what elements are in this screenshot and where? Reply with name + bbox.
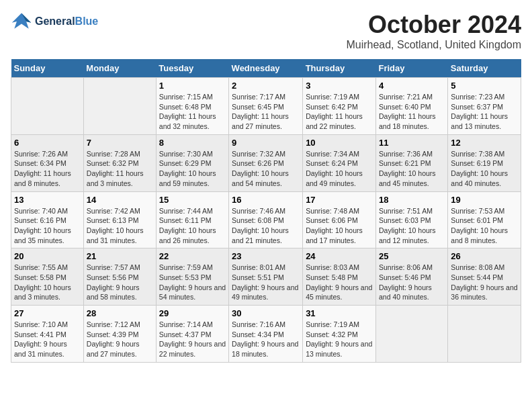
- calendar-cell: 26Sunrise: 8:08 AM Sunset: 5:44 PM Dayli…: [448, 248, 521, 306]
- day-info: Sunrise: 7:14 AM Sunset: 4:37 PM Dayligh…: [159, 320, 226, 359]
- calendar-week-row: 1Sunrise: 7:15 AM Sunset: 6:48 PM Daylig…: [11, 78, 521, 135]
- day-info: Sunrise: 7:15 AM Sunset: 6:48 PM Dayligh…: [159, 92, 226, 132]
- weekday-header-saturday: Saturday: [448, 59, 521, 78]
- calendar-cell: 19Sunrise: 7:53 AM Sunset: 6:01 PM Dayli…: [448, 191, 521, 248]
- day-number: 19: [451, 195, 518, 205]
- weekday-header-tuesday: Tuesday: [156, 59, 228, 78]
- day-info: Sunrise: 7:34 AM Sunset: 6:24 PM Dayligh…: [306, 149, 373, 189]
- calendar-week-row: 20Sunrise: 7:55 AM Sunset: 5:58 PM Dayli…: [11, 248, 521, 306]
- weekday-header-wednesday: Wednesday: [229, 59, 303, 78]
- day-number: 24: [306, 251, 373, 261]
- calendar-cell: 12Sunrise: 7:38 AM Sunset: 6:19 PM Dayli…: [448, 134, 521, 191]
- day-info: Sunrise: 7:40 AM Sunset: 6:16 PM Dayligh…: [14, 206, 81, 246]
- calendar-cell: 9Sunrise: 7:32 AM Sunset: 6:26 PM Daylig…: [229, 134, 303, 191]
- day-info: Sunrise: 7:57 AM Sunset: 5:56 PM Dayligh…: [87, 263, 153, 302]
- day-info: Sunrise: 7:10 AM Sunset: 4:41 PM Dayligh…: [14, 320, 81, 359]
- calendar-cell: 22Sunrise: 7:59 AM Sunset: 5:53 PM Dayli…: [156, 248, 228, 306]
- day-number: 22: [159, 251, 226, 261]
- weekday-header-thursday: Thursday: [303, 59, 376, 78]
- location-label: Muirhead, Scotland, United Kingdom: [346, 39, 521, 51]
- day-number: 5: [451, 81, 518, 91]
- day-info: Sunrise: 7:51 AM Sunset: 6:03 PM Dayligh…: [379, 206, 445, 246]
- calendar-cell: 4Sunrise: 7:21 AM Sunset: 6:40 PM Daylig…: [375, 78, 447, 135]
- day-info: Sunrise: 7:19 AM Sunset: 6:42 PM Dayligh…: [306, 92, 373, 132]
- day-info: Sunrise: 7:12 AM Sunset: 4:39 PM Dayligh…: [87, 320, 153, 359]
- day-number: 28: [87, 308, 153, 318]
- day-number: 18: [379, 195, 445, 205]
- calendar-week-row: 13Sunrise: 7:40 AM Sunset: 6:16 PM Dayli…: [11, 191, 521, 248]
- calendar-cell: 24Sunrise: 8:03 AM Sunset: 5:48 PM Dayli…: [303, 248, 376, 306]
- day-info: Sunrise: 7:21 AM Sunset: 6:40 PM Dayligh…: [379, 92, 445, 132]
- weekday-header-friday: Friday: [375, 59, 447, 78]
- day-number: 30: [232, 308, 300, 318]
- logo-bird-icon: [11, 11, 32, 32]
- day-info: Sunrise: 7:30 AM Sunset: 6:29 PM Dayligh…: [159, 149, 226, 189]
- month-title: October 2024: [346, 11, 521, 39]
- calendar-cell: 28Sunrise: 7:12 AM Sunset: 4:39 PM Dayli…: [83, 306, 156, 363]
- calendar-cell: 10Sunrise: 7:34 AM Sunset: 6:24 PM Dayli…: [303, 134, 376, 191]
- day-number: 3: [306, 81, 373, 91]
- day-info: Sunrise: 7:32 AM Sunset: 6:26 PM Dayligh…: [232, 149, 300, 189]
- day-info: Sunrise: 7:46 AM Sunset: 6:08 PM Dayligh…: [232, 206, 300, 246]
- day-number: 16: [232, 195, 300, 205]
- day-number: 23: [232, 251, 300, 261]
- weekday-header-monday: Monday: [83, 59, 156, 78]
- calendar-cell: 31Sunrise: 7:19 AM Sunset: 4:32 PM Dayli…: [303, 306, 376, 363]
- day-number: 11: [379, 138, 445, 148]
- day-info: Sunrise: 8:06 AM Sunset: 5:46 PM Dayligh…: [379, 263, 445, 302]
- day-info: Sunrise: 7:23 AM Sunset: 6:37 PM Dayligh…: [451, 92, 518, 132]
- day-number: 29: [159, 308, 226, 318]
- calendar-cell: 21Sunrise: 7:57 AM Sunset: 5:56 PM Dayli…: [83, 248, 156, 306]
- calendar-cell: 7Sunrise: 7:28 AM Sunset: 6:32 PM Daylig…: [83, 134, 156, 191]
- day-info: Sunrise: 8:03 AM Sunset: 5:48 PM Dayligh…: [306, 263, 373, 302]
- day-number: 10: [306, 138, 373, 148]
- calendar-week-row: 6Sunrise: 7:26 AM Sunset: 6:34 PM Daylig…: [11, 134, 521, 191]
- day-number: 17: [306, 195, 373, 205]
- calendar-cell: 3Sunrise: 7:19 AM Sunset: 6:42 PM Daylig…: [303, 78, 376, 135]
- day-number: 15: [159, 195, 226, 205]
- day-number: 1: [159, 81, 226, 91]
- page-header: GeneralBlue October 2024 Muirhead, Scotl…: [11, 11, 521, 51]
- day-number: 20: [14, 251, 81, 261]
- day-info: Sunrise: 7:36 AM Sunset: 6:21 PM Dayligh…: [379, 149, 445, 189]
- day-info: Sunrise: 7:59 AM Sunset: 5:53 PM Dayligh…: [159, 263, 226, 302]
- calendar-cell: 1Sunrise: 7:15 AM Sunset: 6:48 PM Daylig…: [156, 78, 228, 135]
- day-info: Sunrise: 7:42 AM Sunset: 6:13 PM Dayligh…: [87, 206, 153, 246]
- calendar-cell: 15Sunrise: 7:44 AM Sunset: 6:11 PM Dayli…: [156, 191, 228, 248]
- calendar-cell: 29Sunrise: 7:14 AM Sunset: 4:37 PM Dayli…: [156, 306, 228, 363]
- day-info: Sunrise: 7:53 AM Sunset: 6:01 PM Dayligh…: [451, 206, 518, 246]
- calendar-cell: 20Sunrise: 7:55 AM Sunset: 5:58 PM Dayli…: [11, 248, 84, 306]
- calendar-cell: 11Sunrise: 7:36 AM Sunset: 6:21 PM Dayli…: [375, 134, 447, 191]
- calendar-week-row: 27Sunrise: 7:10 AM Sunset: 4:41 PM Dayli…: [11, 306, 521, 363]
- day-number: 9: [232, 138, 300, 148]
- day-info: Sunrise: 7:44 AM Sunset: 6:11 PM Dayligh…: [159, 206, 226, 246]
- calendar-cell: 13Sunrise: 7:40 AM Sunset: 6:16 PM Dayli…: [11, 191, 84, 248]
- day-number: 25: [379, 251, 445, 261]
- day-number: 8: [159, 138, 226, 148]
- day-number: 13: [14, 195, 81, 205]
- calendar-cell: [448, 306, 521, 363]
- calendar-cell: 8Sunrise: 7:30 AM Sunset: 6:29 PM Daylig…: [156, 134, 228, 191]
- calendar-cell: 30Sunrise: 7:16 AM Sunset: 4:34 PM Dayli…: [229, 306, 303, 363]
- calendar-table: SundayMondayTuesdayWednesdayThursdayFrid…: [11, 59, 521, 363]
- calendar-cell: 25Sunrise: 8:06 AM Sunset: 5:46 PM Dayli…: [375, 248, 447, 306]
- calendar-cell: 16Sunrise: 7:46 AM Sunset: 6:08 PM Dayli…: [229, 191, 303, 248]
- day-number: 7: [87, 138, 153, 148]
- day-number: 21: [87, 251, 153, 261]
- logo-text: GeneralBlue: [35, 15, 98, 28]
- calendar-cell: 23Sunrise: 8:01 AM Sunset: 5:51 PM Dayli…: [229, 248, 303, 306]
- calendar-cell: 27Sunrise: 7:10 AM Sunset: 4:41 PM Dayli…: [11, 306, 84, 363]
- day-number: 26: [451, 251, 518, 261]
- calendar-cell: 2Sunrise: 7:17 AM Sunset: 6:45 PM Daylig…: [229, 78, 303, 135]
- day-number: 2: [232, 81, 300, 91]
- calendar-cell: [11, 78, 84, 135]
- weekday-header-sunday: Sunday: [11, 59, 84, 78]
- calendar-header-row: SundayMondayTuesdayWednesdayThursdayFrid…: [11, 59, 521, 78]
- logo: GeneralBlue: [11, 11, 98, 32]
- calendar-cell: [83, 78, 156, 135]
- day-info: Sunrise: 8:01 AM Sunset: 5:51 PM Dayligh…: [232, 263, 300, 302]
- day-number: 27: [14, 308, 81, 318]
- calendar-cell: 5Sunrise: 7:23 AM Sunset: 6:37 PM Daylig…: [448, 78, 521, 135]
- day-info: Sunrise: 8:08 AM Sunset: 5:44 PM Dayligh…: [451, 263, 518, 302]
- day-info: Sunrise: 7:19 AM Sunset: 4:32 PM Dayligh…: [306, 320, 373, 359]
